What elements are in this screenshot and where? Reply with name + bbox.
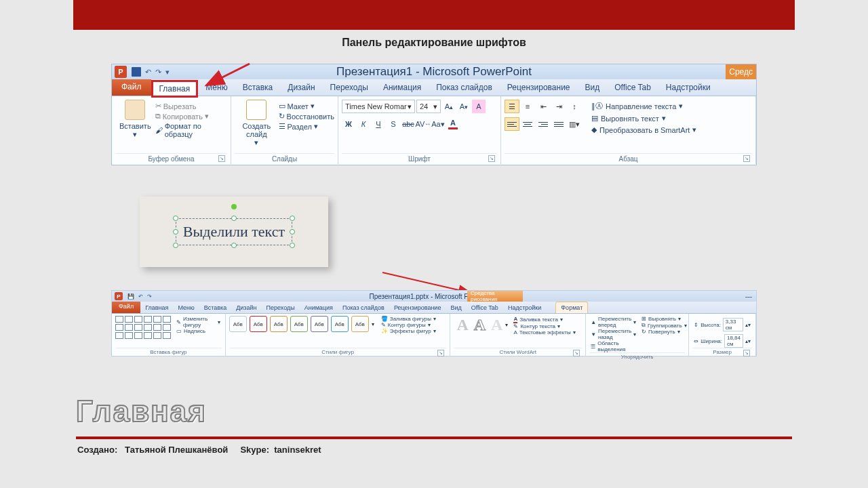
dialog-launcher-icon[interactable]: ↘ [218, 155, 225, 162]
text-outline-button[interactable]: ✎ Контур текста ▾ [512, 323, 576, 329]
tab-addins[interactable]: Надстройки [503, 302, 546, 313]
tab-view[interactable]: Вид [446, 302, 466, 313]
resize-handle[interactable] [173, 243, 178, 248]
tab-menu[interactable]: Меню [198, 79, 235, 96]
redo-icon[interactable]: ↷ [145, 293, 154, 300]
justify-button[interactable] [551, 117, 566, 131]
smartart-button[interactable]: ◆ Преобразовать в SmartArt ▾ [591, 124, 696, 136]
tab-insert[interactable]: Вставка [235, 79, 281, 96]
align-left-button[interactable] [505, 117, 519, 131]
dialog-launcher-icon[interactable]: ↘ [743, 350, 750, 357]
tab-home[interactable]: Главная [151, 80, 199, 96]
tab-slideshow[interactable]: Показ слайдов [338, 302, 389, 313]
font-size-dropdown[interactable]: 24▾ [416, 100, 441, 113]
align-center-button[interactable] [520, 117, 535, 131]
rotate-handle-icon[interactable] [231, 204, 237, 209]
numbering-button[interactable]: ≡ [520, 100, 535, 113]
text-direction-button[interactable]: ‖Ⓐ Направление текста ▾ [591, 100, 696, 113]
tab-animation[interactable]: Анимация [376, 79, 429, 96]
selection-pane-button[interactable]: ☰ Область выделения [589, 340, 637, 352]
decrease-indent-button[interactable]: ⇤ [536, 100, 551, 113]
width-field[interactable]: ⇔ Ширина: 18,84 см ▴▾ [692, 334, 752, 348]
shape-style[interactable]: Абв [331, 316, 349, 332]
tab-transitions[interactable]: Переходы [261, 302, 299, 313]
resize-handle[interactable] [231, 243, 237, 248]
tab-review[interactable]: Рецензирование [389, 302, 446, 313]
resize-handle[interactable] [173, 229, 178, 235]
wordart-style[interactable]: A [491, 316, 502, 334]
shape-effects-button[interactable]: ✨ Эффекты фигур ▾ [380, 328, 437, 334]
send-backward-button[interactable]: ▼ Переместить назад ▾ [589, 328, 637, 340]
resize-handle[interactable] [173, 216, 178, 221]
gallery-more-icon[interactable]: ▾ [372, 321, 374, 327]
dialog-launcher-icon[interactable]: ↘ [437, 350, 444, 357]
dialog-launcher-icon[interactable]: ↘ [743, 155, 750, 162]
tab-office-tab[interactable]: Office Tab [607, 79, 658, 96]
shape-style[interactable]: Абв [250, 316, 267, 332]
section-button[interactable]: ☰ Раздел ▾ [279, 121, 334, 131]
clear-format-button[interactable]: A [472, 100, 486, 113]
tab-view[interactable]: Вид [578, 79, 608, 96]
shape-style[interactable]: Абв [270, 316, 288, 332]
qat-dropdown-icon[interactable]: ▾ [163, 68, 172, 77]
new-slide-button[interactable]: Создать слайд ▾ [235, 98, 279, 148]
reset-button[interactable]: ↻ Восстановить [279, 111, 334, 121]
tab-addins[interactable]: Надстройки [658, 79, 718, 96]
undo-icon[interactable]: ↶ [143, 68, 153, 77]
text-effects-button[interactable]: A Текстовые эффекты ▾ [512, 329, 576, 336]
increase-indent-button[interactable]: ⇥ [551, 100, 566, 113]
shape-fill-button[interactable]: 🪣 Заливка фигуры ▾ [380, 316, 437, 322]
tab-file[interactable]: Файл [112, 302, 140, 313]
shadow-button[interactable]: S [387, 117, 400, 131]
save-icon[interactable] [132, 67, 141, 77]
cut-button[interactable]: ✂ Вырезать [155, 101, 227, 111]
gallery-more-icon[interactable]: ▾ [505, 322, 508, 328]
resize-handle[interactable] [231, 216, 237, 221]
resize-handle[interactable] [290, 243, 295, 248]
align-button[interactable]: ⊞ Выровнять ▾ [640, 316, 688, 322]
group-button[interactable]: ⧉ Группировать ▾ [640, 322, 688, 329]
strike-button[interactable]: abc [401, 117, 415, 131]
line-spacing-button[interactable]: ↕ [567, 100, 582, 113]
spacing-button[interactable]: AV↔ [416, 117, 430, 131]
text-box[interactable]: Выделили текст [176, 218, 292, 245]
tab-transitions[interactable]: Переходы [323, 79, 376, 96]
underline-button[interactable]: Ч [372, 117, 385, 131]
shape-style[interactable]: Абв [229, 316, 247, 332]
tab-design[interactable]: Дизайн [231, 302, 261, 313]
shape-style[interactable]: Абв [351, 316, 369, 332]
tab-animation[interactable]: Анимация [300, 302, 338, 313]
edit-shape-button[interactable]: ✎ Изменить фигуру ▾ [175, 316, 222, 328]
shape-outline-button[interactable]: ✎ Контур фигуры ▾ [380, 322, 437, 328]
tab-office-tab[interactable]: Office Tab [467, 302, 503, 313]
minimize-icon[interactable]: — [745, 293, 752, 300]
tab-design[interactable]: Дизайн [280, 79, 322, 96]
shape-style[interactable]: Абв [290, 316, 308, 332]
dialog-launcher-icon[interactable]: ↘ [573, 350, 580, 357]
grow-font-button[interactable]: A▴ [442, 100, 456, 113]
wordart-style[interactable]: A [474, 316, 486, 334]
shape-gallery[interactable] [115, 316, 171, 339]
align-right-button[interactable] [536, 117, 551, 131]
tab-insert[interactable]: Вставка [199, 302, 231, 313]
rotate-button[interactable]: ↻ Повернуть ▾ [640, 329, 688, 335]
height-field[interactable]: ⇕ Высота: 3,33 см ▴▾ [692, 318, 752, 331]
dialog-launcher-icon[interactable]: ↘ [488, 155, 495, 162]
tab-home[interactable]: Главная [140, 302, 173, 313]
text-fill-button[interactable]: A Заливка текста ▾ [512, 316, 576, 323]
wordart-style[interactable]: A [456, 316, 468, 334]
tab-format[interactable]: Формат [555, 302, 588, 313]
italic-button[interactable]: К [357, 117, 370, 131]
tab-review[interactable]: Рецензирование [500, 79, 578, 96]
tab-menu[interactable]: Меню [173, 302, 199, 313]
text-box-button[interactable]: ▭ Надпись [175, 328, 222, 334]
bring-forward-button[interactable]: ▲ Переместить вперед ▾ [589, 316, 637, 328]
tab-file[interactable]: Файл [112, 79, 151, 96]
undo-icon[interactable]: ↶ [136, 293, 145, 300]
bullets-button[interactable]: ☰ [505, 100, 519, 113]
layout-button[interactable]: ▭ Макет ▾ [279, 101, 334, 111]
change-case-button[interactable]: Aa▾ [431, 117, 445, 131]
save-icon[interactable]: 💾 [125, 293, 136, 300]
tab-slideshow[interactable]: Показ слайдов [429, 79, 500, 96]
bold-button[interactable]: Ж [342, 117, 355, 131]
